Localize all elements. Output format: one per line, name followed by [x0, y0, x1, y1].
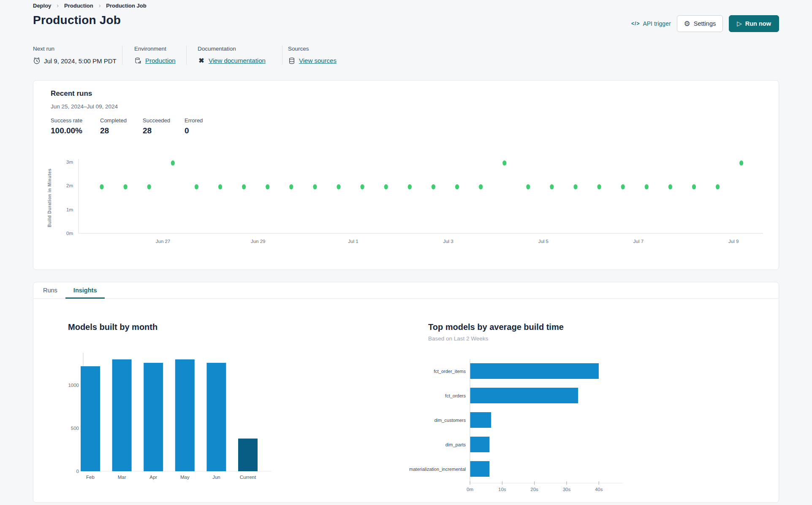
month-bar[interactable]: [81, 366, 100, 471]
play-icon: ▷: [737, 20, 742, 27]
api-trigger-label: API trigger: [643, 20, 671, 27]
breadcrumb-chevron-icon: ›: [57, 2, 59, 9]
run-dot[interactable]: [526, 184, 530, 189]
run-dot[interactable]: [218, 184, 222, 189]
svg-text:0m: 0m: [467, 487, 473, 492]
run-dot[interactable]: [242, 184, 246, 189]
stat-success-rate: Success rate 100.00%: [51, 117, 100, 135]
run-dot[interactable]: [195, 184, 198, 189]
meta-label: Documentation: [198, 46, 282, 52]
run-dot[interactable]: [597, 184, 601, 189]
svg-text:dim_customers: dim_customers: [434, 418, 466, 423]
model-bar[interactable]: [470, 437, 490, 452]
svg-text:Jul 9: Jul 9: [728, 239, 739, 244]
month-bar[interactable]: [112, 359, 132, 471]
svg-text:May: May: [180, 475, 190, 480]
run-dot[interactable]: [124, 184, 128, 189]
view-sources-link[interactable]: View sources: [299, 57, 337, 64]
svg-text:0m: 0m: [66, 231, 73, 236]
month-bar[interactable]: [144, 363, 163, 471]
svg-text:40s: 40s: [595, 487, 603, 492]
meta-environment: Environment Production: [122, 46, 186, 65]
model-bar[interactable]: [470, 461, 490, 477]
run-now-button[interactable]: ▷ Run now: [729, 15, 779, 32]
run-dot[interactable]: [289, 184, 293, 189]
run-dot[interactable]: [739, 160, 743, 165]
top-models-chart: fct_order_itemsfct_ordersdim_customersdi…: [393, 359, 663, 502]
run-dot[interactable]: [337, 184, 340, 189]
run-dot[interactable]: [479, 184, 483, 189]
run-dot[interactable]: [100, 184, 103, 189]
recent-runs-title: Recent runs: [51, 89, 92, 98]
run-dot[interactable]: [550, 184, 554, 189]
next-run-value: Jul 9, 2024, 5:00 PM PDT: [44, 57, 117, 65]
model-bar[interactable]: [470, 412, 492, 428]
view-documentation-link[interactable]: View documentation: [209, 57, 266, 64]
tab-runs[interactable]: Runs: [38, 282, 63, 298]
svg-text:2m: 2m: [66, 183, 73, 188]
run-dot[interactable]: [716, 184, 720, 189]
run-dot[interactable]: [455, 184, 459, 189]
svg-text:20s: 20s: [530, 487, 538, 492]
svg-text:500: 500: [71, 426, 79, 431]
code-icon: </>: [631, 21, 640, 27]
tab-insights[interactable]: Insights: [65, 282, 105, 298]
month-bar[interactable]: [206, 363, 226, 471]
run-dot[interactable]: [502, 160, 506, 165]
month-bar[interactable]: [238, 438, 258, 471]
svg-text:1m: 1m: [66, 207, 73, 212]
run-dot[interactable]: [408, 184, 412, 189]
database-icon: [288, 57, 296, 64]
meta-label: Next run: [33, 46, 122, 52]
run-dot[interactable]: [384, 184, 388, 189]
run-dot[interactable]: [668, 184, 672, 189]
gear-icon: ⚙: [684, 20, 690, 27]
svg-text:fct_order_items: fct_order_items: [434, 369, 466, 374]
meta-sources: Sources View sources: [282, 46, 349, 65]
recent-runs-card: Recent runs Jun 25, 2024–Jul 09, 2024 Su…: [33, 80, 779, 270]
svg-text:Jul 7: Jul 7: [633, 239, 644, 244]
svg-text:Feb: Feb: [86, 475, 95, 480]
environment-icon: [134, 57, 142, 64]
breadcrumb-item-production-job: Production Job: [106, 3, 146, 9]
insights-card: Runs Insights Models built by month 0500…: [33, 282, 779, 503]
tab-bar: Runs Insights: [33, 282, 779, 299]
run-dot[interactable]: [692, 184, 696, 189]
svg-text:Jun 27: Jun 27: [156, 239, 171, 244]
breadcrumb-item-production[interactable]: Production: [64, 3, 93, 9]
svg-text:3m: 3m: [66, 159, 73, 165]
month-bar[interactable]: [175, 359, 195, 471]
run-dot[interactable]: [147, 184, 151, 189]
settings-button[interactable]: ⚙ Settings: [677, 15, 723, 32]
meta-next-run: Next run Jul 9, 2024, 5:00 PM PDT: [33, 46, 122, 65]
recent-runs-stats: Success rate 100.00% Completed 28 Succee…: [51, 117, 203, 135]
settings-label: Settings: [694, 20, 716, 27]
production-job-page: Deploy › Production › Production Job Pro…: [0, 0, 812, 505]
alarm-clock-icon: [33, 57, 41, 65]
page-title: Production Job: [33, 14, 121, 27]
stat-errored: Errored 0: [185, 117, 203, 135]
run-dot[interactable]: [645, 184, 649, 189]
meta-label: Sources: [288, 46, 337, 52]
run-dot[interactable]: [432, 184, 435, 189]
breadcrumb: Deploy › Production › Production Job: [33, 2, 147, 9]
run-dot[interactable]: [361, 184, 364, 189]
meta-label: Environment: [134, 46, 186, 52]
header-actions: </> API trigger ⚙ Settings ▷ Run now: [631, 15, 779, 32]
run-dot[interactable]: [621, 184, 625, 189]
run-dot[interactable]: [313, 184, 317, 189]
recent-runs-date-range: Jun 25, 2024–Jul 09, 2024: [51, 103, 118, 110]
model-bar[interactable]: [470, 388, 578, 403]
meta-documentation: Documentation ✖ View documentation: [186, 46, 282, 65]
svg-text:Jun: Jun: [212, 475, 220, 480]
run-dot[interactable]: [171, 160, 175, 165]
api-trigger-link[interactable]: </> API trigger: [631, 20, 671, 27]
stat-succeeded: Succeeded 28: [143, 117, 185, 135]
breadcrumb-item-deploy[interactable]: Deploy: [33, 3, 51, 9]
environment-link[interactable]: Production: [145, 57, 176, 64]
run-dot[interactable]: [266, 184, 269, 189]
run-dot[interactable]: [573, 184, 577, 189]
top-models-title: Top models by average build time: [428, 322, 564, 332]
model-bar[interactable]: [470, 363, 599, 379]
stat-completed: Completed 28: [100, 117, 143, 135]
